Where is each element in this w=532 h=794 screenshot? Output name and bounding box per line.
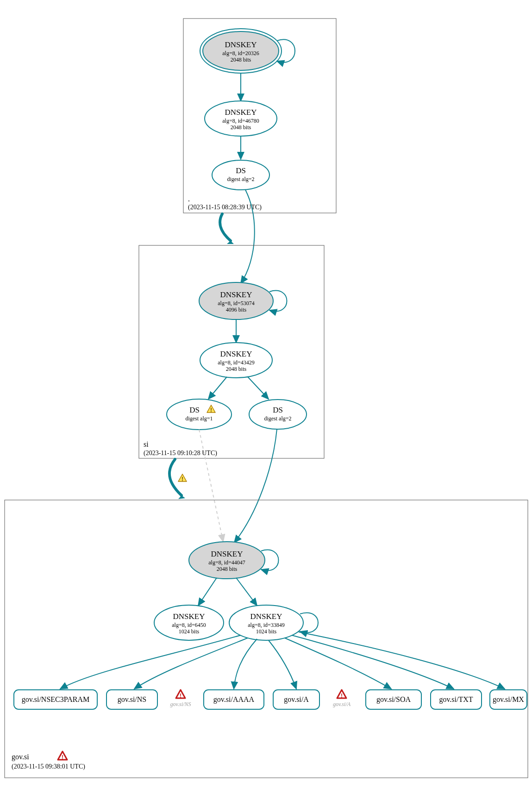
svg-text:alg=8, id=46780: alg=8, id=46780 bbox=[222, 118, 259, 124]
svg-text:gov.si/A: gov.si/A bbox=[333, 701, 351, 707]
node-si-key1[interactable]: DNSKEY alg=8, id=53074 4096 bits bbox=[199, 282, 273, 319]
svg-text:gov.si/NS: gov.si/NS bbox=[118, 695, 147, 704]
svg-text:alg=8, id=20326: alg=8, id=20326 bbox=[222, 50, 259, 56]
svg-text:DNSKEY: DNSKEY bbox=[225, 40, 257, 49]
svg-text:DNSKEY: DNSKEY bbox=[250, 612, 282, 621]
edge-k3-r4 bbox=[269, 640, 296, 689]
dnssec-graph: ! ! . (2023-11-15 08:28:39 UTC) DNSKEY a… bbox=[0, 0, 532, 794]
svg-text:gov.si/MX: gov.si/MX bbox=[493, 695, 524, 704]
zone-label-si: si bbox=[144, 440, 149, 448]
error-icon bbox=[58, 751, 67, 761]
node-root-ds[interactable]: DS digest alg=2 bbox=[212, 160, 269, 190]
svg-text:2048 bits: 2048 bits bbox=[231, 56, 251, 63]
svg-text:DNSKEY: DNSKEY bbox=[225, 108, 257, 117]
node-si-ds2[interactable]: DS digest alg=2 bbox=[249, 400, 307, 429]
edge-si-key2-ds2 bbox=[248, 377, 269, 399]
edge-si-ds2-gov-key1 bbox=[234, 429, 277, 543]
error-icon bbox=[176, 690, 185, 699]
svg-text:gov.si/AAAA: gov.si/AAAA bbox=[213, 695, 255, 704]
svg-text:2048 bits: 2048 bits bbox=[231, 124, 251, 131]
node-root-key2[interactable]: DNSKEY alg=8, id=46780 2048 bits bbox=[205, 101, 277, 136]
svg-text:alg=8, id=6450: alg=8, id=6450 bbox=[172, 622, 206, 628]
edge-k3-r7 bbox=[299, 632, 505, 689]
edge-k3-r5 bbox=[285, 638, 391, 689]
node-gov-key2[interactable]: DNSKEY alg=8, id=6450 1024 bits bbox=[154, 605, 224, 640]
svg-text:DNSKEY: DNSKEY bbox=[173, 612, 205, 621]
svg-point-11 bbox=[212, 160, 269, 190]
node-si-key2[interactable]: DNSKEY alg=8, id=43429 2048 bits bbox=[200, 343, 272, 378]
svg-text:gov.si/NSEC3PARAM: gov.si/NSEC3PARAM bbox=[22, 695, 89, 704]
edge-k3-r6 bbox=[292, 635, 454, 689]
zone-label-gov: gov.si bbox=[12, 753, 29, 761]
edge-k3-r3 bbox=[234, 639, 257, 689]
warning-icon bbox=[178, 474, 187, 482]
svg-text:DS: DS bbox=[189, 406, 200, 414]
node-root-key1[interactable]: DNSKEY alg=8, id=20326 2048 bits bbox=[200, 29, 282, 73]
edge-si-ds1-gov-key1 bbox=[199, 430, 223, 542]
svg-text:digest alg=1: digest alg=1 bbox=[185, 415, 213, 422]
edge-root-to-si-thick bbox=[220, 214, 231, 241]
node-gov-key1[interactable]: DNSKEY alg=8, id=44047 2048 bits bbox=[189, 542, 265, 579]
zone-ts-si: (2023-11-15 09:10:28 UTC) bbox=[144, 450, 217, 457]
edge-si-key2-ds1 bbox=[208, 377, 227, 399]
edge-gov-key1-key3 bbox=[236, 578, 257, 606]
svg-text:DS: DS bbox=[273, 406, 283, 414]
svg-text:4096 bits: 4096 bits bbox=[226, 306, 247, 313]
svg-point-25 bbox=[249, 400, 307, 429]
svg-text:alg=8, id=53074: alg=8, id=53074 bbox=[218, 300, 255, 306]
edge-gov-key1-key2 bbox=[198, 578, 217, 606]
svg-text:gov.si/TXT: gov.si/TXT bbox=[439, 695, 473, 704]
svg-text:2048 bits: 2048 bits bbox=[226, 366, 247, 372]
svg-text:gov.si/NS: gov.si/NS bbox=[170, 701, 191, 707]
edge-k3-r2 bbox=[134, 638, 248, 689]
svg-text:digest alg=2: digest alg=2 bbox=[264, 415, 291, 422]
svg-text:DNSKEY: DNSKEY bbox=[220, 290, 252, 299]
zone-label-root: . bbox=[188, 195, 190, 203]
svg-text:1024 bits: 1024 bits bbox=[179, 628, 200, 635]
svg-text:DS: DS bbox=[236, 166, 246, 175]
node-si-ds1[interactable]: DS digest alg=1 bbox=[167, 399, 232, 430]
svg-text:gov.si/SOA: gov.si/SOA bbox=[376, 695, 411, 704]
svg-text:digest alg=2: digest alg=2 bbox=[227, 176, 254, 182]
edge-root-key1-self bbox=[277, 39, 295, 62]
svg-text:2048 bits: 2048 bits bbox=[217, 566, 238, 572]
svg-text:DNSKEY: DNSKEY bbox=[211, 550, 243, 558]
rr-row: gov.si/NSEC3PARAM gov.si/NS gov.si/NS go… bbox=[14, 690, 527, 709]
zone-ts-gov: (2023-11-15 09:38:01 UTC) bbox=[12, 763, 85, 770]
edge-k3-r1 bbox=[60, 635, 241, 689]
svg-point-22 bbox=[167, 399, 232, 430]
edge-si-to-gov-thick bbox=[169, 459, 182, 495]
svg-text:alg=8, id=33849: alg=8, id=33849 bbox=[248, 622, 285, 628]
svg-text:1024 bits: 1024 bits bbox=[256, 628, 277, 635]
svg-text:DNSKEY: DNSKEY bbox=[220, 350, 252, 358]
svg-text:alg=8, id=43429: alg=8, id=43429 bbox=[218, 359, 255, 366]
svg-text:alg=8, id=44047: alg=8, id=44047 bbox=[208, 559, 245, 566]
error-icon bbox=[337, 690, 346, 699]
svg-text:gov.si/A: gov.si/A bbox=[284, 695, 309, 704]
